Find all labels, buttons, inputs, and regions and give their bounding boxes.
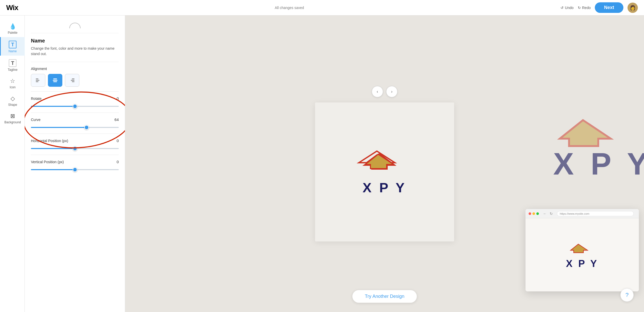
redo-icon: ↻ xyxy=(578,6,581,10)
alignment-label: Alignment xyxy=(31,67,119,71)
try-another-design-button[interactable]: Try Another Design xyxy=(352,290,417,303)
save-status-text: All changes saved xyxy=(275,6,304,10)
icon-label: Icon xyxy=(10,85,16,89)
svg-rect-0 xyxy=(36,79,38,79)
curve-slider[interactable] xyxy=(31,127,119,128)
align-right-button[interactable] xyxy=(65,74,79,87)
panel-description: Change the font, color and more to make … xyxy=(31,46,119,57)
alignment-section: Alignment xyxy=(31,67,119,87)
browser-close-dot xyxy=(529,212,531,215)
browser-logo-svg xyxy=(564,241,600,256)
svg-rect-3 xyxy=(53,79,57,79)
vertical-slider[interactable] xyxy=(31,169,119,170)
svg-rect-2 xyxy=(36,81,38,82)
undo-button[interactable]: ↺ Undo xyxy=(561,6,573,10)
browser-url: https://www.mysite.com xyxy=(557,211,634,216)
sidebar-item-icon[interactable]: ☆ Icon xyxy=(0,74,25,92)
background-label: Background xyxy=(4,120,21,124)
undo-icon: ↺ xyxy=(561,6,564,10)
browser-min-dot xyxy=(532,212,535,215)
vertical-label: Vertical Position (px) xyxy=(31,160,64,164)
sidebar-item-tagline[interactable]: T Tagline xyxy=(0,56,25,74)
main-layout: 💧 Palette T Name T Tagline ☆ Icon ◇ Shap… xyxy=(0,0,644,312)
save-status: All changes saved xyxy=(275,6,304,10)
align-center-icon xyxy=(52,77,58,83)
rotate-label: Rotate xyxy=(31,97,41,101)
vertical-position-section: Vertical Position (px) 0 xyxy=(31,160,119,171)
rotate-value: 0 xyxy=(117,96,119,101)
sidebar-item-background[interactable]: ⊠ Background xyxy=(0,109,25,127)
next-button[interactable]: Next xyxy=(595,2,623,13)
undo-label: Undo xyxy=(565,6,573,10)
background-logo-svg xyxy=(543,110,644,156)
sidebar-item-palette[interactable]: 💧 Palette xyxy=(0,20,25,37)
shape-label: Shape xyxy=(8,103,17,107)
curve-label: Curve xyxy=(31,118,40,122)
brand-name: X P Y xyxy=(362,180,406,195)
edit-panel: Name Change the font, color and more to … xyxy=(25,15,125,312)
align-left-button[interactable] xyxy=(31,74,45,87)
tagline-label: Tagline xyxy=(8,68,18,72)
shape-icon: ◇ xyxy=(11,95,15,102)
logo-preview-card: X P Y xyxy=(315,102,454,241)
icon-icon: ☆ xyxy=(10,78,15,84)
browser-max-dot xyxy=(536,212,539,215)
svg-rect-8 xyxy=(72,81,74,82)
name-icon: T xyxy=(9,41,16,48)
align-right-icon xyxy=(69,77,75,83)
browser-bar: ← ↻ https://www.mysite.com xyxy=(526,209,639,218)
rotate-slider[interactable] xyxy=(31,106,119,107)
vertical-value: 0 xyxy=(117,160,119,164)
rotate-section: Rotate 0 xyxy=(31,96,119,108)
align-center-button[interactable] xyxy=(48,74,62,87)
canvas-nav-arrows: ‹ › xyxy=(372,86,397,97)
topbar-actions: ↺ Undo ↻ Redo Next 👩 xyxy=(561,2,638,13)
wix-logo: Wix xyxy=(6,4,18,12)
svg-rect-5 xyxy=(53,81,57,82)
logo-graphic xyxy=(356,149,413,175)
horizontal-position-section: Horizontal Position (px) 0 xyxy=(31,138,119,150)
tagline-icon: T xyxy=(9,59,16,67)
curve-section: Curve 64 xyxy=(31,117,119,129)
svg-rect-6 xyxy=(72,79,74,79)
sidebar-item-name[interactable]: T Name xyxy=(0,37,25,56)
horizontal-value: 0 xyxy=(117,138,119,143)
panel-title: Name xyxy=(31,38,119,44)
svg-rect-4 xyxy=(53,80,57,81)
browser-content: X P Y xyxy=(526,218,639,291)
alignment-buttons xyxy=(31,74,119,87)
logo-icon-svg xyxy=(356,149,413,174)
svg-rect-7 xyxy=(71,80,74,81)
name-label: Name xyxy=(9,49,17,53)
sidebar-item-shape[interactable]: ◇ Shape xyxy=(0,92,25,109)
prev-arrow-button[interactable]: ‹ xyxy=(372,86,383,97)
topbar: Wix All changes saved ↺ Undo ↻ Redo Next… xyxy=(0,0,644,15)
background-brand-text: X P Y xyxy=(553,146,644,181)
browser-brand-name: X P Y xyxy=(566,258,598,269)
browser-mockup-area: X P Y ← ↻ https://www.mysite. xyxy=(510,15,644,312)
svg-rect-1 xyxy=(36,80,39,81)
palette-label: Palette xyxy=(8,31,17,34)
horizontal-label: Horizontal Position (px) xyxy=(31,139,68,143)
palette-icon: 💧 xyxy=(9,23,16,30)
redo-button[interactable]: ↻ Redo xyxy=(578,6,591,10)
redo-label: Redo xyxy=(582,6,591,10)
horizontal-slider[interactable] xyxy=(31,148,119,149)
background-icon: ⊠ xyxy=(10,113,15,119)
main-canvas: ‹ › X P Y Try Another Design xyxy=(125,15,644,312)
curve-value: 64 xyxy=(114,117,119,122)
next-arrow-button[interactable]: › xyxy=(386,86,397,97)
icon-nav: 💧 Palette T Name T Tagline ☆ Icon ◇ Shap… xyxy=(0,15,25,312)
align-left-icon xyxy=(35,77,41,83)
avatar[interactable]: 👩 xyxy=(628,3,638,13)
browser-window: ← ↻ https://www.mysite.com X P Y xyxy=(526,209,639,291)
help-button[interactable]: ? xyxy=(620,288,634,302)
